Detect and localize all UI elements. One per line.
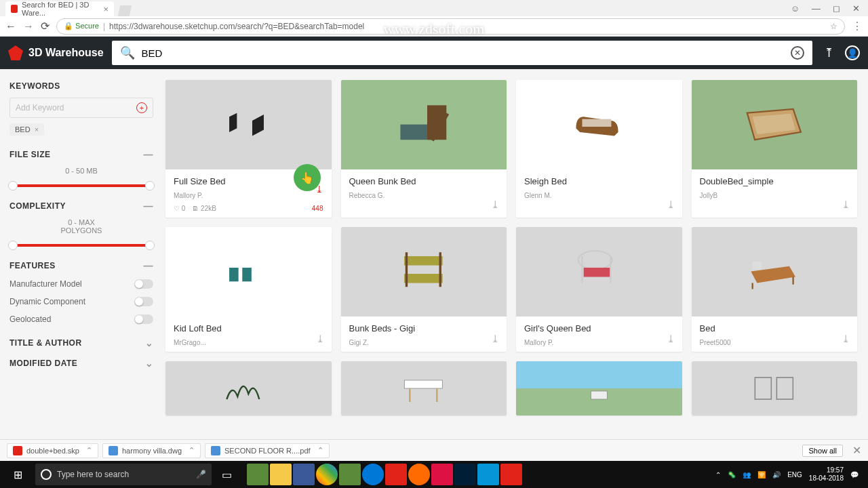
download-icon[interactable]: ⤓ <box>842 199 850 211</box>
result-card[interactable]: Queen Bunk Bed Rebecca G. ⤓ <box>341 80 507 218</box>
back-button[interactable]: ← <box>5 20 16 33</box>
download-icon[interactable]: ⤓ <box>667 333 675 345</box>
tab-bar: Search for BED | 3D Ware... × ☺ — ◻ ✕ <box>0 0 868 16</box>
result-card[interactable] <box>341 361 507 415</box>
app-icon[interactable] <box>385 464 407 485</box>
keyword-input[interactable]: Add Keyword + <box>9 98 153 118</box>
add-keyword-icon[interactable]: + <box>136 102 147 113</box>
complexity-heading[interactable]: COMPLEXITY— <box>9 201 153 211</box>
app-icon[interactable] <box>247 464 269 485</box>
feature-toggle[interactable] <box>134 297 153 306</box>
result-card[interactable]: DoubleBed_simple JollyB ⤓ <box>692 80 858 218</box>
bookmark-icon[interactable]: ☆ <box>830 22 837 31</box>
keywords-heading: KEYWORDS <box>9 81 153 91</box>
thumbnail[interactable] <box>516 80 682 169</box>
browser-chrome: Search for BED | 3D Ware... × ☺ — ◻ ✕ ← … <box>0 0 868 37</box>
task-view-icon[interactable]: ▭ <box>213 461 240 488</box>
app-icon[interactable] <box>477 464 499 485</box>
keyword-chip[interactable]: BED × <box>9 123 44 136</box>
thumbnail[interactable] <box>692 227 858 317</box>
result-card[interactable]: Bunk Beds - Gigi Gigi Z. ⤓ <box>341 227 507 352</box>
thumbnail[interactable] <box>341 80 507 169</box>
tab-close-icon[interactable]: × <box>103 4 108 14</box>
user-icon[interactable]: 👤 <box>845 45 860 60</box>
photoshop-icon[interactable] <box>454 464 476 485</box>
app-icon[interactable] <box>293 464 315 485</box>
volume-icon[interactable]: 🔊 <box>772 471 781 479</box>
clock[interactable]: 19:5718-04-2018 <box>809 466 844 483</box>
complexity-slider[interactable] <box>11 244 152 247</box>
download-item[interactable]: harmony villa.dwg⌃ <box>102 443 201 458</box>
thumbnail[interactable] <box>341 227 507 317</box>
filesize-heading[interactable]: FILE SIZE— <box>9 149 153 160</box>
result-card[interactable]: Girl's Queen Bed Mallory P. ⤓ <box>516 227 682 352</box>
app-icon[interactable] <box>270 464 292 485</box>
svg-rect-5 <box>404 256 443 266</box>
close-downloads-icon[interactable]: ✕ <box>852 444 861 457</box>
chevron-icon[interactable]: ⌃ <box>86 446 92 455</box>
logo-icon <box>8 45 23 60</box>
result-card[interactable]: Full Size Bed Mallory P. ♡ 0🗎 22kB448 👆 … <box>165 80 332 218</box>
chevron-icon[interactable]: ⌃ <box>317 446 323 455</box>
result-card[interactable] <box>692 361 858 415</box>
app-icon[interactable] <box>408 464 430 485</box>
reload-button[interactable]: ⟳ <box>41 20 50 33</box>
download-icon[interactable]: ⤓ <box>667 199 675 211</box>
chip-remove-icon[interactable]: × <box>35 125 39 134</box>
brand-logo[interactable]: 3D Warehouse <box>8 45 104 60</box>
download-icon[interactable]: ⤓ <box>842 333 850 345</box>
thumbnail[interactable] <box>165 80 332 169</box>
close-window-icon[interactable]: ✕ <box>852 3 860 14</box>
mic-icon[interactable]: 🎤 <box>196 470 206 479</box>
feature-toggle[interactable] <box>134 279 153 289</box>
network-icon[interactable]: 🛜 <box>757 471 766 479</box>
thumbnail[interactable] <box>692 80 858 169</box>
result-card[interactable]: Sleigh Bed Glenn M. ⤓ <box>516 80 682 218</box>
download-item[interactable]: double+bed.skp⌃ <box>7 443 98 458</box>
chevron-icon[interactable]: ⌃ <box>189 446 195 455</box>
minimize-icon[interactable]: — <box>812 3 821 14</box>
download-item[interactable]: SECOND FLOOR R....pdf⌃ <box>205 443 330 458</box>
tray-icon[interactable]: ⌃ <box>715 471 721 479</box>
clear-search-icon[interactable]: ✕ <box>791 46 804 60</box>
edge-icon[interactable] <box>362 464 384 485</box>
download-icon[interactable]: ⤓ <box>491 333 500 345</box>
people-icon[interactable]: 👥 <box>743 471 751 479</box>
notifications-icon[interactable]: 💬 <box>850 471 859 479</box>
app-icon[interactable] <box>431 464 453 485</box>
show-all-button[interactable]: Show all <box>802 445 843 457</box>
start-button[interactable]: ⊞ <box>4 461 31 488</box>
address-bar[interactable]: 🔒 Secure | https://3dwarehouse.sketchup.… <box>56 18 845 35</box>
svg-rect-2 <box>582 119 611 127</box>
upload-icon[interactable]: ⤒ <box>821 45 837 60</box>
svg-rect-21 <box>777 378 793 399</box>
title-author-heading[interactable]: TITLE & AUTHOR⌄ <box>9 338 153 348</box>
features-heading[interactable]: FEATURES— <box>9 260 153 271</box>
app-icon[interactable] <box>339 464 361 485</box>
account-icon[interactable]: ☺ <box>791 3 800 14</box>
menu-icon[interactable]: ⋮ <box>852 20 863 33</box>
feature-toggle[interactable] <box>134 314 153 324</box>
result-card[interactable] <box>165 361 332 415</box>
thumbnail[interactable] <box>165 227 332 317</box>
new-tab-button[interactable] <box>118 5 132 16</box>
language-indicator[interactable]: ENG <box>787 471 802 479</box>
forward-button[interactable]: → <box>23 20 34 33</box>
download-icon[interactable]: ⤓ <box>491 199 500 211</box>
tray-icon[interactable]: 🦠 <box>728 471 736 479</box>
filesize-slider[interactable] <box>11 184 152 187</box>
result-card[interactable]: Bed Preet5000 ⤓ <box>692 227 858 352</box>
taskbar-search[interactable]: Type here to search 🎤 <box>35 464 212 485</box>
modified-date-heading[interactable]: MODIFIED DATE⌄ <box>9 358 153 369</box>
browser-tab[interactable]: Search for BED | 3D Ware... × <box>5 1 114 16</box>
result-card[interactable]: Kid Loft Bed MrGrago... ⤓ <box>165 227 332 352</box>
sketchup-icon[interactable] <box>500 464 522 485</box>
search-input[interactable] <box>142 47 784 59</box>
chrome-icon[interactable] <box>316 464 338 485</box>
svg-rect-20 <box>755 378 772 399</box>
thumbnail[interactable] <box>516 227 682 317</box>
result-card[interactable] <box>516 361 682 415</box>
search-bar: 🔍 ✕ <box>112 41 812 65</box>
maximize-icon[interactable]: ◻ <box>833 3 840 14</box>
download-icon[interactable]: ⤓ <box>316 333 325 345</box>
